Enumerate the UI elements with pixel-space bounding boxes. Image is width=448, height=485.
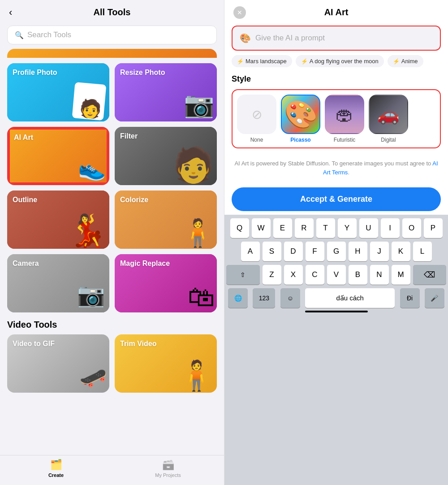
style-section-title: Style: [232, 74, 441, 84]
search-icon: 🔍: [15, 31, 24, 39]
powered-text: AI Art is powered by Stable Diffusion. T…: [224, 152, 448, 184]
key-q[interactable]: Q: [230, 218, 249, 238]
style-section: Style ⊘ None 🎨 Picasso 🏟 F: [224, 67, 448, 152]
keyboard-row-4: 🌐 123 ☺ dấu cách Đi 🎤: [226, 288, 446, 308]
tool-label: Colorize: [120, 196, 148, 204]
return-key[interactable]: Đi: [400, 288, 420, 308]
space-key[interactable]: dấu cách: [305, 288, 395, 308]
style-thumb-futuristic: 🏟: [325, 95, 364, 134]
key-p[interactable]: P: [424, 218, 443, 238]
shift-key[interactable]: ⇧: [226, 265, 260, 285]
key-x[interactable]: X: [284, 265, 303, 285]
key-w[interactable]: W: [252, 218, 271, 238]
suggestion-dog-moon[interactable]: ⚡ A dog flying over the moon: [296, 55, 384, 67]
suggestion-label: Anime: [401, 58, 418, 65]
keyboard: Q W E R T Y U I O P A S D F G H J K L ⇧ …: [224, 215, 448, 485]
tool-card-profile-photo[interactable]: Profile Photo: [7, 63, 109, 121]
tool-card-filter[interactable]: Filter 🧑: [115, 127, 217, 185]
globe-key[interactable]: 🌐: [228, 288, 248, 308]
key-h[interactable]: H: [349, 242, 367, 261]
bottom-nav: 🗂️ Create 🗃️ My Projects: [0, 455, 224, 485]
key-a[interactable]: A: [241, 242, 260, 261]
key-m[interactable]: M: [392, 265, 410, 285]
emoji-key[interactable]: ☺: [280, 288, 300, 308]
search-bar[interactable]: 🔍 Search Tools: [7, 26, 217, 44]
mic-key[interactable]: 🎤: [425, 288, 444, 308]
key-j[interactable]: J: [370, 242, 389, 261]
tools-grid: Profile Photo Resize Photo 📷 AI Art 👟 Fi…: [7, 63, 217, 312]
nav-create[interactable]: 🗂️ Create: [0, 459, 112, 478]
key-v[interactable]: V: [327, 265, 346, 285]
video-section-label: Video Tools: [7, 320, 217, 330]
tool-card-ai-art[interactable]: AI Art 👟: [7, 127, 109, 185]
key-d[interactable]: D: [284, 242, 303, 261]
tool-label: Resize Photo: [120, 69, 165, 77]
tools-scroll: Profile Photo Resize Photo 📷 AI Art 👟 Fi…: [0, 49, 224, 455]
keyboard-row-1: Q W E R T Y U I O P: [226, 218, 446, 238]
nav-my-projects[interactable]: 🗃️ My Projects: [112, 459, 224, 478]
card-decoration: 🧍: [181, 217, 215, 249]
card-decoration: 📷: [77, 282, 105, 308]
card-decoration: 🛍: [188, 281, 215, 312]
style-thumb-picasso: 🎨: [281, 95, 320, 134]
tool-card-magic-replace[interactable]: Magic Replace 🛍: [115, 254, 217, 312]
key-e[interactable]: E: [273, 218, 292, 238]
close-button[interactable]: ✕: [233, 6, 246, 19]
all-tools-title: All Tools: [94, 7, 131, 17]
tool-label: Trim Video: [120, 340, 157, 348]
left-header: ‹ All Tools: [0, 0, 224, 21]
suggestion-mars[interactable]: ⚡ Mars landscape: [232, 55, 292, 67]
key-u[interactable]: U: [359, 218, 378, 238]
style-picasso[interactable]: 🎨 Picasso: [281, 95, 320, 143]
keyboard-row-2: A S D F G H J K L: [226, 242, 446, 261]
key-s[interactable]: S: [263, 242, 281, 261]
card-decoration: [72, 82, 107, 121]
style-label-none: None: [250, 137, 263, 143]
nav-create-label: Create: [48, 472, 64, 478]
key-g[interactable]: G: [327, 242, 346, 261]
tool-label: Profile Photo: [13, 69, 57, 77]
prompt-placeholder-text: Give the AI a prompt: [255, 34, 325, 43]
tool-label: Outline: [13, 196, 37, 204]
key-b[interactable]: B: [349, 265, 367, 285]
left-panel: ‹ All Tools 🔍 Search Tools Profile Photo…: [0, 0, 224, 485]
tool-card-camera[interactable]: Camera 📷: [7, 254, 109, 312]
home-indicator: [305, 311, 368, 312]
tool-card-colorize[interactable]: Colorize 🧍: [115, 191, 217, 249]
key-k[interactable]: K: [392, 242, 410, 261]
key-o[interactable]: O: [402, 218, 421, 238]
search-placeholder: Search Tools: [27, 30, 71, 39]
style-futuristic[interactable]: 🏟 Futuristic: [325, 95, 364, 143]
tool-card-trim-video[interactable]: Trim Video 🧍: [115, 334, 217, 393]
tool-card-outline[interactable]: Outline 💃: [7, 191, 109, 249]
key-y[interactable]: Y: [338, 218, 357, 238]
prompt-input-box[interactable]: 🎨 Give the AI a prompt: [232, 26, 441, 51]
ai-art-title: AI Art: [324, 7, 349, 17]
generate-button[interactable]: Accept & Generate: [232, 187, 441, 211]
style-label-futuristic: Futuristic: [334, 137, 356, 143]
key-z[interactable]: Z: [263, 265, 281, 285]
none-icon: ⊘: [252, 107, 262, 122]
tool-label: Camera: [13, 260, 39, 268]
bolt-icon: ⚡: [237, 58, 244, 65]
key-l[interactable]: L: [413, 242, 432, 261]
key-r[interactable]: R: [295, 218, 314, 238]
powered-before: AI Art is powered by Stable Diffusion. T…: [234, 160, 432, 167]
style-digital[interactable]: 🚗 Digital: [369, 95, 408, 143]
nav-projects-label: My Projects: [155, 472, 181, 478]
tool-card-video-to-gif[interactable]: Video to GIF 🛹: [7, 334, 109, 393]
num-key[interactable]: 123: [253, 288, 275, 308]
style-none[interactable]: ⊘ None: [237, 95, 276, 143]
back-button[interactable]: ‹: [9, 7, 12, 18]
card-decoration: 💃: [68, 212, 107, 249]
key-i[interactable]: I: [381, 218, 400, 238]
right-header: ✕ AI Art: [224, 0, 448, 21]
tool-card-resize-photo[interactable]: Resize Photo 📷: [115, 63, 217, 121]
key-c[interactable]: C: [306, 265, 324, 285]
key-n[interactable]: N: [370, 265, 389, 285]
suggestion-anime[interactable]: ⚡ Anime: [388, 55, 423, 67]
tool-label: Video to GIF: [13, 340, 55, 348]
key-f[interactable]: F: [306, 242, 324, 261]
key-t[interactable]: T: [316, 218, 335, 238]
backspace-key[interactable]: ⌫: [413, 265, 447, 285]
